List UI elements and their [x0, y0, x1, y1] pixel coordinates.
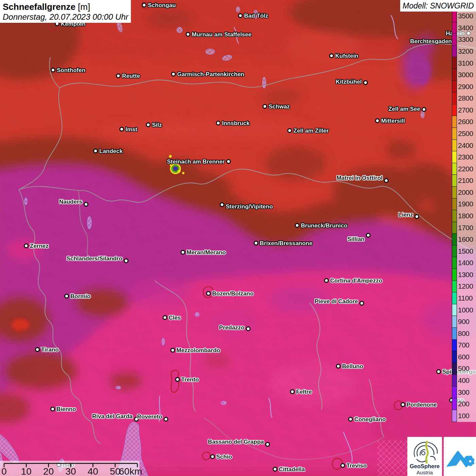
legend-cell — [452, 46, 457, 57]
legend-cell — [452, 387, 457, 398]
legend-cell — [452, 199, 457, 210]
city-label: Zernez — [30, 243, 49, 249]
city-label: Bormio — [70, 293, 91, 299]
legend-cell — [452, 69, 457, 81]
city-label: Zell am Ziller — [293, 128, 329, 134]
legend-tick-label: 300 — [458, 388, 470, 396]
city-dot — [254, 241, 258, 245]
legend-cell — [452, 151, 457, 163]
city-dot — [206, 291, 211, 296]
city-dot — [119, 127, 124, 132]
city-dot — [414, 214, 419, 219]
city-dot — [116, 73, 121, 78]
city-dot — [216, 121, 221, 125]
scale-bar-label: 0 — [1, 466, 7, 476]
city-label: Zell am See — [388, 106, 420, 112]
city-label: Feltre — [296, 389, 312, 395]
city-label: Cortina d'Ampezzo — [330, 278, 382, 284]
city-label: Mezzolombardo — [176, 347, 220, 353]
city-dot — [51, 68, 55, 72]
legend-tick-label: 2500 — [458, 130, 473, 138]
map-datetime: Donnerstag, 20.07.2023 00:00 Uhr — [3, 12, 131, 22]
legend-cell — [452, 92, 457, 104]
legend-cell — [452, 398, 457, 410]
geosphere-logo-name: GeoSphere — [407, 463, 442, 470]
title-text: Schneefallgrenze — [3, 2, 75, 12]
legend-tick-label: 1500 — [458, 247, 473, 255]
city-dot — [329, 53, 334, 58]
city-label: Landeck — [99, 148, 123, 154]
city-dot — [171, 72, 176, 76]
legend-cell — [452, 163, 457, 175]
city-dot — [146, 122, 151, 127]
legend-tick-label: 1100 — [458, 294, 473, 302]
city-dot — [436, 369, 441, 374]
scale-bar-label: 10 — [21, 466, 32, 476]
city-dot — [220, 202, 224, 207]
legend-cell — [452, 269, 457, 281]
city-label: Reutte — [122, 73, 140, 79]
city-dot — [181, 250, 185, 255]
legend-tick-label: 3400 — [458, 24, 473, 32]
city-label: Sillian — [347, 236, 364, 242]
city-dot — [324, 278, 329, 283]
legend-tick-label: 1900 — [458, 200, 473, 208]
legend-cell — [452, 222, 457, 234]
city-label: Matrei in Osttirol — [337, 175, 382, 181]
scale-bar: 0102030405060km — [0, 461, 139, 476]
legend-tick-label: 1300 — [458, 271, 473, 279]
city-dot — [93, 149, 98, 153]
city-label: Nauders — [59, 199, 82, 205]
legend-cell — [452, 316, 457, 328]
legend-tick-label: 200 — [458, 400, 470, 408]
geosphere-logo-country: Austria — [407, 470, 442, 476]
city-label: Tirano — [41, 347, 59, 353]
legend-tick-label: 1800 — [458, 212, 473, 220]
legend-tick-label: 1000 — [458, 306, 473, 314]
legend-tick-label: 700 — [458, 341, 470, 349]
city-label: Treviso — [346, 463, 367, 469]
legend-cell — [452, 281, 457, 293]
legend-cell — [452, 410, 457, 422]
scale-bar-label: 20 — [43, 466, 54, 476]
city-dot — [348, 417, 353, 422]
legend-cell — [452, 363, 457, 375]
city-dot — [175, 377, 180, 382]
city-dot — [401, 402, 405, 407]
city-dot — [164, 417, 168, 422]
scale-bar-label: 60km — [119, 466, 142, 476]
legend-cell — [452, 140, 457, 152]
city-dot — [210, 454, 215, 459]
legend-tick-label: 400 — [458, 376, 470, 385]
city-dot — [142, 3, 147, 7]
city-dot — [366, 233, 371, 238]
city-label: Riva del Garda — [92, 413, 133, 419]
city-label: Innsbruck — [222, 120, 250, 126]
city-label: Lienz — [398, 212, 413, 218]
city-dot — [262, 104, 267, 109]
legend-cell — [452, 128, 457, 140]
city-label: Schwaz — [269, 104, 290, 109]
city-dot — [35, 347, 40, 352]
city-label: Berchtesgaden — [410, 38, 452, 44]
map-title: Schneefallgrenze [m] — [3, 2, 131, 12]
legend-cell — [452, 175, 457, 187]
city-label: Schlanders/Silandro — [67, 256, 122, 261]
legend-cell — [452, 292, 457, 304]
city-dot — [170, 348, 175, 353]
legend-tick-label: 2300 — [458, 153, 473, 161]
city-label: Imst — [125, 126, 137, 132]
city-dot — [336, 364, 341, 369]
city-dot — [24, 243, 29, 248]
title-unit: [m] — [78, 2, 90, 12]
city-label: Cles — [169, 315, 181, 321]
legend-cell — [452, 351, 457, 363]
legend-cell — [452, 328, 457, 340]
legend-cell — [452, 187, 457, 199]
city-dot — [50, 407, 55, 411]
geosphere-logo-box: GeoSphere Austria — [407, 437, 442, 476]
city-dot — [295, 223, 300, 228]
city-dot — [384, 178, 389, 183]
city-dot — [273, 467, 277, 472]
legend-cell — [452, 304, 457, 316]
